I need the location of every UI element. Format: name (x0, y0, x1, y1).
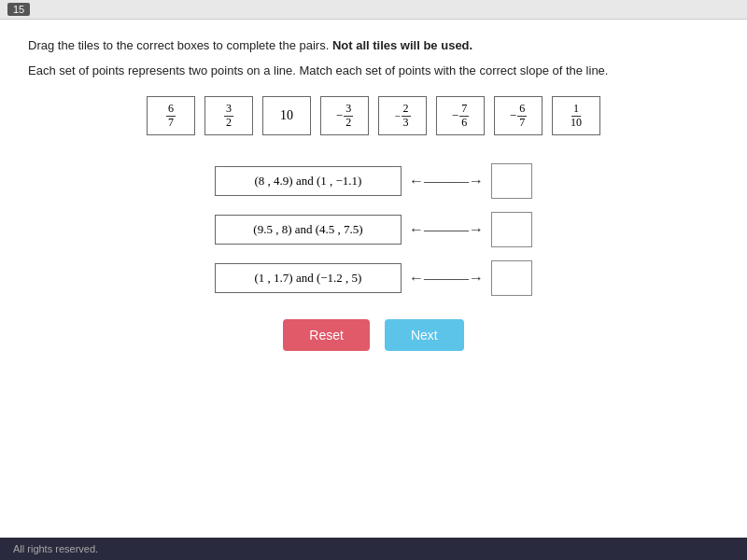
pair-points-3: (1 , 1.7) and (−1.2 , 5) (215, 263, 402, 293)
tile-2-3[interactable]: − 2 3 (378, 96, 427, 135)
drop-box-2[interactable] (491, 212, 532, 247)
tiles-container: 6 7 3 2 10 − 3 2 (28, 96, 719, 135)
pair-row-2: (9.5 , 8) and (4.5 , 7.5) ←———→ (215, 212, 532, 247)
next-button[interactable]: Next (385, 319, 464, 351)
arrow-3: ←———→ (409, 270, 484, 287)
tile-1-10[interactable]: 1 10 (552, 96, 600, 135)
reset-button[interactable]: Reset (283, 319, 370, 351)
arrow-2: ←———→ (409, 221, 484, 238)
question-number: 15 (7, 3, 30, 16)
pairs-container: (8 , 4.9) and (1 , −1.1) ←———→ (9.5 , 8)… (28, 163, 719, 296)
drop-box-1[interactable] (491, 163, 532, 199)
tile-neg-7-6[interactable]: − 7 6 (436, 96, 485, 135)
tile-3-2[interactable]: 3 2 (204, 96, 253, 135)
instruction-match: Each set of points represents two points… (28, 63, 719, 77)
drop-box-3[interactable] (491, 260, 532, 296)
footer: All rights reserved. (0, 538, 747, 560)
tile-10[interactable]: 10 (262, 96, 311, 135)
instruction-drag: Drag the tiles to the correct boxes to c… (28, 38, 719, 52)
arrow-1: ←———→ (409, 173, 484, 189)
tile-neg-3-2[interactable]: − 3 2 (320, 96, 369, 135)
pair-row-3: (1 , 1.7) and (−1.2 , 5) ←———→ (215, 260, 532, 296)
buttons-area: Reset Next (28, 319, 719, 351)
pair-points-2: (9.5 , 8) and (4.5 , 7.5) (215, 215, 402, 245)
pair-points-1: (8 , 4.9) and (1 , −1.1) (215, 166, 402, 196)
tile-neg-6-7[interactable]: − 6 7 (494, 96, 543, 135)
tile-6-7[interactable]: 6 7 (147, 96, 195, 135)
pair-row-1: (8 , 4.9) and (1 , −1.1) ←———→ (215, 163, 532, 199)
